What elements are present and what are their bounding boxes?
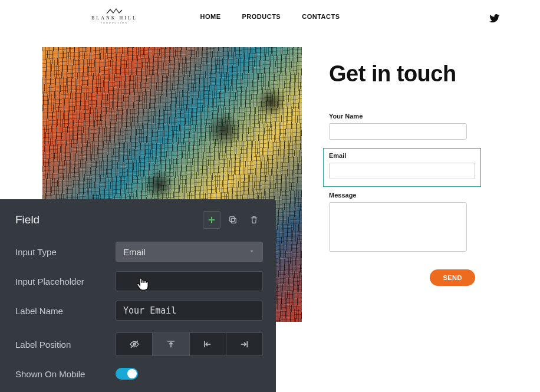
- label-position-label: Label Position: [15, 340, 116, 350]
- message-label: Message: [329, 192, 475, 199]
- field-group-message: Message: [329, 192, 475, 254]
- duplicate-field-button[interactable]: [224, 211, 242, 229]
- input-placeholder-field[interactable]: [116, 271, 263, 291]
- email-input[interactable]: [329, 163, 475, 179]
- label-position-group: [116, 332, 263, 356]
- input-type-value: Email: [123, 247, 146, 257]
- site-header: BLANK HILL PRODUCTION HOME PRODUCTS CONT…: [0, 5, 540, 28]
- main-nav: HOME PRODUCTS CONTACTS: [200, 13, 340, 20]
- input-placeholder-label: Input Placeholder: [15, 276, 116, 286]
- field-group-email[interactable]: Email: [323, 148, 481, 187]
- delete-field-button[interactable]: [245, 211, 263, 229]
- name-label: Your Name: [329, 113, 475, 120]
- shown-on-mobile-label: Shown On Mobile: [15, 369, 116, 379]
- nav-products[interactable]: PRODUCTS: [242, 13, 281, 20]
- label-name-label: Label Name: [15, 306, 116, 316]
- label-position-top[interactable]: [153, 333, 189, 355]
- nav-home[interactable]: HOME: [200, 13, 220, 20]
- email-label: Email: [329, 152, 475, 159]
- add-field-button[interactable]: [203, 211, 220, 229]
- shown-on-mobile-toggle[interactable]: [116, 368, 138, 380]
- editor-panel-title: Field: [15, 213, 39, 226]
- contact-section: Get in touch Your Name Email Message SEN…: [329, 61, 475, 286]
- twitter-icon[interactable]: [489, 13, 500, 26]
- label-position-left[interactable]: [190, 333, 226, 355]
- message-input[interactable]: [329, 202, 467, 252]
- input-type-label: Input Type: [15, 247, 116, 257]
- input-type-select[interactable]: Email: [116, 242, 263, 262]
- row-input-placeholder: Input Placeholder: [0, 266, 276, 296]
- row-input-type: Input Type Email: [0, 237, 276, 266]
- brand-name: BLANK HILL: [91, 15, 137, 21]
- row-shown-on-mobile: Shown On Mobile: [0, 363, 276, 384]
- label-name-field[interactable]: [116, 301, 263, 321]
- brand-logo[interactable]: BLANK HILL PRODUCTION: [91, 8, 137, 24]
- editor-panel-header: Field: [0, 199, 276, 237]
- name-input[interactable]: [329, 123, 467, 140]
- row-label-name: Label Name: [0, 296, 276, 325]
- brand-sub: PRODUCTION: [101, 21, 128, 24]
- svg-rect-3: [230, 217, 235, 222]
- editor-panel-actions: [203, 211, 263, 229]
- chevron-down-icon: [248, 247, 255, 256]
- field-group-name: Your Name: [329, 113, 475, 140]
- row-label-position: Label Position: [0, 325, 276, 363]
- label-position-hidden[interactable]: [116, 333, 153, 355]
- svg-rect-2: [231, 218, 236, 223]
- brand-logo-mark: [106, 8, 123, 14]
- contact-title: Get in touch: [329, 61, 475, 87]
- nav-contacts[interactable]: CONTACTS: [302, 13, 340, 20]
- label-position-right[interactable]: [226, 333, 262, 355]
- send-button[interactable]: SEND: [430, 269, 475, 286]
- editor-panel: Field Input Type Email Input Placeholder…: [0, 199, 276, 392]
